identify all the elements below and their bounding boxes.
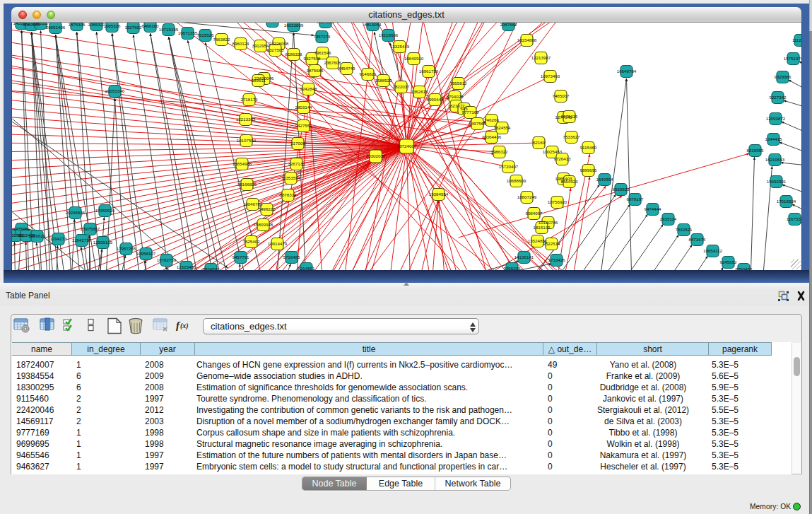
svg-text:1112657: 1112657: [792, 37, 801, 42]
svg-text:8964301: 8964301: [317, 23, 334, 24]
svg-text:19218506: 19218506: [378, 33, 398, 37]
svg-text:16154808: 16154808: [517, 37, 536, 42]
svg-text:62160: 62160: [532, 140, 545, 145]
svg-text:2087682: 2087682: [500, 23, 517, 27]
svg-text:8215955: 8215955: [746, 148, 764, 153]
svg-text:9777169: 9777169: [461, 110, 479, 115]
svg-text:1362615: 1362615: [411, 89, 428, 94]
svg-text:15692901: 15692901: [766, 179, 786, 184]
svg-text:1640954: 1640954: [596, 177, 613, 182]
svg-text:13325419: 13325419: [389, 44, 409, 49]
svg-text:10046788: 10046788: [242, 201, 262, 206]
svg-text:16961758: 16961758: [418, 69, 438, 74]
svg-text:1822037: 1822037: [392, 84, 410, 89]
svg-text:10958107: 10958107: [136, 251, 155, 256]
svg-text:9115460: 9115460: [579, 145, 596, 150]
svg-text:5498222: 5498222: [258, 206, 276, 211]
svg-text:7955812: 7955812: [449, 81, 467, 86]
svg-text:10756920: 10756920: [547, 199, 567, 204]
svg-text:9457791: 9457791: [232, 255, 249, 259]
svg-text:7663822: 7663822: [213, 37, 230, 42]
svg-text:10914479: 10914479: [267, 241, 287, 246]
svg-text:16640910: 16640910: [404, 56, 423, 61]
svg-text:1065327: 1065327: [88, 23, 105, 27]
svg-text:1663582: 1663582: [264, 23, 281, 23]
svg-text:3875685: 3875685: [306, 68, 324, 73]
svg-text:20691406: 20691406: [45, 25, 65, 30]
svg-text:5878334: 5878334: [279, 192, 297, 197]
svg-text:13654986: 13654986: [232, 161, 252, 166]
svg-text:8214501: 8214501: [298, 266, 315, 270]
svg-text:18724007: 18724007: [396, 144, 416, 148]
svg-text:2803144: 2803144: [295, 105, 312, 110]
svg-text:12213967: 12213967: [531, 55, 551, 60]
svg-text:1167533: 1167533: [786, 216, 801, 221]
svg-text:7625402: 7625402: [242, 239, 260, 244]
svg-text:10671355: 10671355: [177, 30, 197, 35]
svg-text:11353594: 11353594: [281, 175, 300, 180]
svg-text:10973493: 10973493: [540, 74, 560, 78]
svg-text:2522514: 2522514: [543, 241, 560, 246]
svg-text:23975867: 23975867: [80, 226, 100, 231]
svg-text:8186328: 8186328: [285, 52, 302, 57]
svg-text:1244415: 1244415: [765, 136, 782, 141]
svg-text:7632621: 7632621: [675, 227, 693, 232]
svg-text:16782759: 16782759: [156, 257, 176, 262]
svg-text:10654112: 10654112: [702, 248, 722, 253]
svg-text:8654923: 8654923: [560, 179, 578, 184]
svg-text:6466160: 6466160: [141, 23, 159, 28]
svg-text:19384554: 19384554: [428, 192, 448, 197]
svg-text:1733426: 1733426: [548, 257, 565, 262]
svg-text:19166825: 19166825: [237, 182, 257, 187]
svg-text:8990448: 8990448: [426, 97, 444, 102]
svg-text:9327508: 9327508: [303, 56, 321, 61]
svg-text:20053346: 20053346: [105, 88, 124, 93]
svg-text:8454749: 8454749: [338, 66, 355, 71]
svg-text:10120746: 10120746: [538, 220, 558, 225]
svg-text:9084067: 9084067: [525, 211, 543, 216]
svg-text:9245652: 9245652: [719, 259, 737, 264]
svg-text:16033809: 16033809: [283, 23, 303, 28]
svg-text:23226058: 23226058: [269, 41, 288, 46]
svg-text:9242848: 9242848: [300, 86, 317, 91]
svg-text:8760452: 8760452: [735, 267, 753, 270]
svg-text:1156829: 1156829: [28, 233, 45, 238]
svg-text:10025453: 10025453: [542, 149, 562, 154]
svg-text:12942737: 12942737: [71, 238, 91, 243]
svg-text:2075115: 2075115: [560, 114, 577, 119]
svg-text:7485007: 7485007: [552, 93, 570, 98]
svg-text:8960124: 8960124: [232, 41, 249, 46]
svg-text:7357274: 7357274: [313, 34, 331, 39]
svg-text:7533627: 7533627: [563, 134, 580, 139]
svg-text:3624554: 3624554: [493, 125, 511, 130]
svg-text:10719155: 10719155: [158, 27, 178, 32]
svg-text:6879197: 6879197: [626, 197, 644, 201]
svg-text:9329966: 9329966: [774, 74, 792, 79]
svg-text:9227342: 9227342: [769, 95, 787, 100]
svg-text:16648784: 16648784: [616, 69, 636, 74]
svg-text:7986322: 7986322: [490, 149, 508, 154]
svg-text:7961546: 7961546: [314, 50, 331, 55]
svg-text:1815132: 1815132: [533, 225, 551, 230]
svg-text:8471676: 8471676: [688, 237, 706, 242]
svg-text:1875306: 1875306: [68, 23, 86, 27]
svg-text:8813054: 8813054: [364, 23, 382, 27]
svg-text:10107554: 10107554: [236, 138, 256, 143]
svg-text:2935114: 2935114: [659, 216, 676, 221]
svg-text:(x): (x): [180, 322, 189, 330]
svg-text:5716485: 5716485: [283, 255, 300, 259]
svg-text:1435061: 1435061: [13, 226, 30, 231]
svg-text:9899695: 9899695: [579, 168, 597, 173]
svg-text:9146821: 9146821: [359, 71, 377, 76]
svg-text:20364436: 20364436: [481, 134, 501, 139]
svg-text:12093872: 12093872: [765, 116, 785, 121]
svg-text:20206536: 20206536: [65, 210, 85, 215]
svg-text:9327505: 9327505: [266, 47, 284, 52]
svg-text:12213383: 12213383: [235, 117, 255, 122]
svg-text:1588520: 1588520: [375, 78, 392, 83]
svg-text:3267130: 3267130: [288, 161, 305, 166]
svg-text:7515526: 7515526: [196, 33, 214, 37]
svg-text:217006: 217006: [290, 141, 305, 146]
svg-text:8938923: 8938923: [612, 187, 630, 192]
svg-text:9726413: 9726413: [553, 156, 571, 161]
